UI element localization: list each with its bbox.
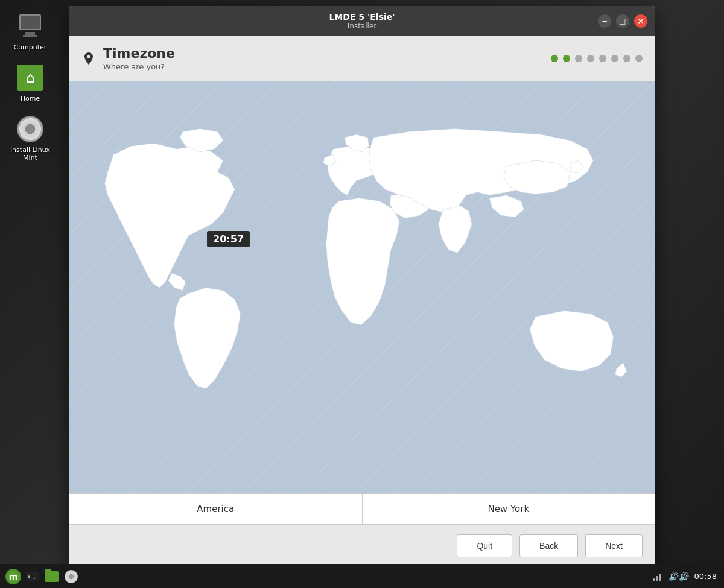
window-subtitle: Installer bbox=[348, 22, 376, 30]
cd-icon bbox=[16, 115, 45, 144]
terminal-icon bbox=[26, 572, 39, 581]
taskbar-left bbox=[0, 568, 84, 585]
taskbar: 🔊 00:58 bbox=[0, 564, 724, 588]
timezone-city-select[interactable]: New York bbox=[363, 494, 655, 524]
timezone-region-select[interactable]: America bbox=[69, 494, 363, 524]
computer-icon bbox=[16, 12, 45, 41]
mint-menu-button[interactable] bbox=[5, 568, 22, 585]
home-icon-label: Home bbox=[21, 95, 40, 103]
close-button[interactable]: ✕ bbox=[634, 14, 647, 28]
back-button[interactable]: Back bbox=[519, 534, 578, 557]
window-title-area: LMDE 5 'Elsie' Installer bbox=[329, 12, 395, 30]
desktop-icon-install[interactable]: Install Linux Mint bbox=[6, 115, 54, 162]
install-button[interactable] bbox=[63, 568, 80, 585]
page-title: Timezone bbox=[103, 46, 175, 61]
progress-dot-6 bbox=[611, 55, 618, 62]
window-titlebar: LMDE 5 'Elsie' Installer − □ ✕ bbox=[69, 6, 655, 36]
speaker-icon[interactable]: 🔊 bbox=[670, 568, 687, 585]
progress-dot-8 bbox=[635, 55, 643, 62]
file-manager-button[interactable] bbox=[43, 568, 60, 585]
computer-icon-label: Computer bbox=[14, 43, 47, 51]
progress-dot-5 bbox=[599, 55, 606, 62]
progress-dot-4 bbox=[587, 55, 594, 62]
home-icon-img bbox=[17, 65, 43, 91]
network-icon[interactable] bbox=[649, 568, 665, 585]
minimize-button[interactable]: − bbox=[598, 14, 611, 28]
svg-rect-0 bbox=[653, 578, 655, 581]
installer-window: LMDE 5 'Elsie' Installer − □ ✕ Timezone … bbox=[69, 6, 655, 567]
progress-dot-2 bbox=[563, 55, 570, 62]
mint-logo-icon bbox=[5, 569, 21, 584]
window-title: LMDE 5 'Elsie' bbox=[329, 12, 395, 22]
progress-dot-3 bbox=[575, 55, 582, 62]
map-container[interactable]: 20:57 bbox=[69, 81, 655, 493]
cd-icon-img bbox=[17, 116, 43, 142]
location-icon bbox=[81, 51, 96, 66]
footer: Quit Back Next bbox=[69, 524, 655, 567]
window-controls: − □ ✕ bbox=[598, 14, 647, 28]
maximize-button[interactable]: □ bbox=[616, 14, 629, 28]
terminal-button[interactable] bbox=[24, 568, 41, 585]
progress-dot-7 bbox=[623, 55, 630, 62]
progress-dots bbox=[551, 55, 643, 62]
cd-taskbar-icon bbox=[65, 570, 78, 583]
svg-rect-2 bbox=[659, 574, 661, 581]
progress-dot-1 bbox=[551, 55, 558, 62]
page-title-area: Timezone Where are you? bbox=[81, 46, 175, 71]
quit-button[interactable]: Quit bbox=[457, 534, 512, 557]
taskbar-right: 🔊 00:58 bbox=[649, 568, 719, 585]
computer-icon-img bbox=[17, 14, 43, 39]
page-header: Timezone Where are you? bbox=[69, 36, 655, 81]
folder-icon bbox=[45, 571, 59, 582]
world-map bbox=[84, 119, 640, 457]
taskbar-clock: 00:58 bbox=[692, 572, 719, 581]
page-title-group: Timezone Where are you? bbox=[103, 46, 175, 71]
timezone-selects: America New York bbox=[69, 493, 655, 524]
monitor bbox=[19, 14, 41, 30]
install-icon-label: Install Linux Mint bbox=[6, 146, 54, 162]
base bbox=[23, 35, 37, 37]
time-tooltip: 20:57 bbox=[207, 231, 250, 247]
desktop-icon-home[interactable]: Home bbox=[6, 63, 54, 103]
desktop-icons-container: Computer Home Install Linux Mint bbox=[6, 12, 54, 162]
svg-rect-1 bbox=[656, 576, 658, 581]
home-icon bbox=[16, 63, 45, 92]
page-subtitle: Where are you? bbox=[103, 62, 175, 71]
desktop-icon-computer[interactable]: Computer bbox=[6, 12, 54, 51]
next-button[interactable]: Next bbox=[585, 534, 643, 557]
